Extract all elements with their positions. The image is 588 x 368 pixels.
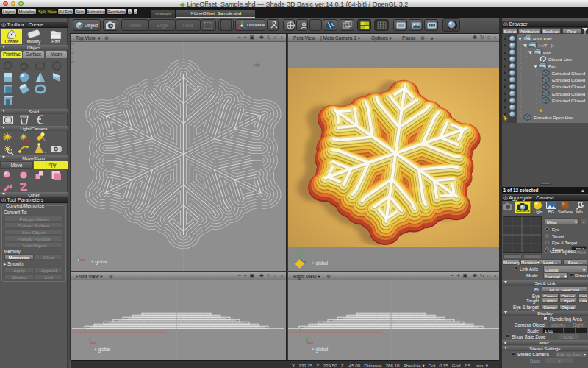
svg-text:Part: Part (543, 50, 551, 55)
svg-text:Extruded Closed: Extruded Closed (552, 71, 585, 76)
svg-text:Extruded Closed: Extruded Closed (552, 98, 585, 103)
svg-text:Extruded Closed: Extruded Closed (552, 84, 585, 89)
svg-text:Extruded Closed: Extruded Closed (552, 91, 585, 96)
svg-text:<</T~ |>: <</T~ |> (538, 43, 555, 48)
svg-text:Part: Part (548, 63, 556, 68)
svg-text:Root Part: Root Part (533, 36, 552, 41)
svg-text:Closed Line: Closed Line (548, 57, 573, 62)
svg-text:Extruded Closed: Extruded Closed (552, 77, 585, 82)
svg-text:Extruded Open Line: Extruded Open Line (534, 115, 574, 120)
